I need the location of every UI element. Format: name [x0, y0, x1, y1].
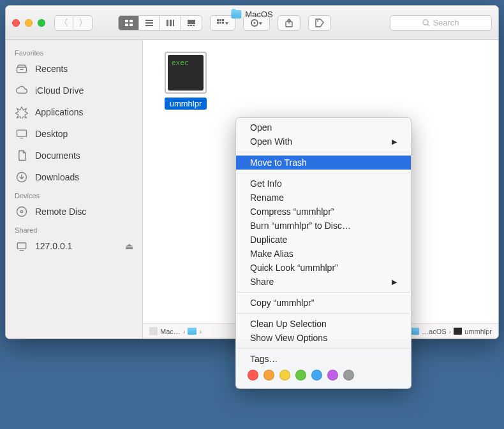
title-text: MacOS: [245, 10, 272, 19]
exec-file-icon: exec: [165, 52, 207, 94]
zoom-button[interactable]: [38, 19, 45, 27]
grid-icon: [124, 19, 133, 27]
menu-label: Rename: [250, 193, 284, 203]
column-view-button[interactable]: [160, 15, 181, 31]
menu-label: Open: [250, 122, 272, 133]
sidebar-item-icloud[interactable]: iCloud Drive: [6, 80, 142, 101]
share-button[interactable]: [278, 15, 300, 31]
svg-point-21: [254, 22, 256, 24]
menu-item-compress[interactable]: Compress “ummhlpr”: [236, 205, 411, 219]
sidebar-item-label: 127.0.0.1: [35, 241, 72, 251]
sidebar-item-shared-host[interactable]: 127.0.0.1 ⏏: [6, 235, 142, 257]
menu-item-open-with[interactable]: Open With▶: [236, 135, 411, 149]
svg-point-30: [20, 210, 22, 212]
exec-label: exec: [172, 59, 189, 67]
chevron-right-icon: ›: [183, 328, 186, 335]
menu-item-quick-look[interactable]: Quick Look “ummhlpr”: [236, 261, 411, 275]
svg-rect-27: [17, 130, 27, 136]
menu-label: Get Info: [250, 178, 282, 189]
file-name[interactable]: ummhlpr: [165, 98, 207, 110]
menu-item-copy[interactable]: Copy “ummhlpr”: [236, 296, 411, 310]
list-view-button[interactable]: [139, 15, 160, 31]
svg-point-29: [17, 207, 27, 217]
path-segment-root[interactable]: Mac… ›: [149, 327, 185, 335]
sidebar-heading-favorites: Favorites: [6, 45, 142, 58]
svg-rect-9: [173, 20, 174, 26]
menu-item-clean-up[interactable]: Clean Up Selection: [236, 317, 411, 331]
svg-rect-16: [222, 19, 224, 21]
svg-rect-25: [17, 68, 27, 73]
menu-label: Move to Trash: [250, 157, 307, 168]
tag-orange[interactable]: [263, 370, 274, 381]
menu-item-view-options[interactable]: Show View Options: [236, 331, 411, 345]
svg-rect-1: [130, 20, 133, 22]
menu-item-duplicate[interactable]: Duplicate: [236, 233, 411, 247]
sidebar-item-label: Recents: [35, 64, 68, 74]
submenu-arrow-icon: ▶: [392, 278, 397, 286]
sidebar-item-label: Applications: [35, 107, 84, 117]
tag-color-row: [236, 366, 411, 386]
share-icon: [285, 18, 293, 27]
folder-icon: [188, 328, 196, 335]
forward-button[interactable]: 〉: [73, 15, 93, 31]
path-text: Mac…: [160, 328, 181, 335]
tags-button[interactable]: [308, 15, 331, 31]
view-switcher: [118, 15, 202, 31]
tag-gray[interactable]: [343, 370, 354, 381]
svg-rect-8: [170, 20, 172, 26]
sidebar-item-label: iCloud Drive: [35, 85, 84, 96]
menu-item-burn[interactable]: Burn “ummhlpr” to Disc…: [236, 219, 411, 233]
sidebar-item-documents[interactable]: Documents: [6, 145, 142, 166]
menu-item-make-alias[interactable]: Make Alias: [236, 247, 411, 261]
chevron-left-icon: 〈: [59, 17, 68, 29]
search-placeholder: Search: [433, 18, 459, 27]
path-segment-ellipsis[interactable]: ›: [188, 328, 202, 335]
menu-item-share[interactable]: Share▶: [236, 275, 411, 289]
svg-rect-14: [217, 19, 219, 21]
menu-item-tags[interactable]: Tags…: [236, 352, 411, 366]
menu-item-move-to-trash[interactable]: Move to Trash: [236, 156, 411, 170]
svg-point-23: [317, 20, 318, 22]
svg-rect-15: [219, 19, 221, 21]
tag-yellow[interactable]: [279, 370, 290, 381]
back-button[interactable]: 〈: [54, 15, 73, 31]
menu-label: Make Alias: [250, 249, 293, 259]
titlebar: 〈 〉 MacOS: [6, 6, 498, 40]
path-segment-file[interactable]: ummhlpr: [454, 328, 492, 335]
disk-icon: [149, 327, 158, 335]
svg-rect-26: [20, 69, 24, 70]
exec-icon: [454, 328, 462, 335]
sidebar-item-downloads[interactable]: Downloads: [6, 166, 142, 188]
file-item[interactable]: exec ummhlpr: [158, 52, 213, 110]
eject-icon[interactable]: ⏏: [125, 241, 133, 251]
sidebar-item-desktop[interactable]: Desktop: [6, 123, 142, 145]
columns-icon: [166, 19, 175, 27]
gallery-icon: [187, 19, 196, 27]
menu-item-get-info[interactable]: Get Info: [236, 177, 411, 191]
path-text: ummhlpr: [464, 328, 492, 335]
icon-view-button[interactable]: [118, 15, 139, 31]
folder-icon: [410, 328, 419, 335]
menu-item-open[interactable]: Open: [236, 120, 411, 135]
window-title: MacOS: [231, 10, 272, 19]
sidebar: Favorites Recents iCloud Drive Applicati…: [6, 40, 143, 338]
close-button[interactable]: [12, 19, 20, 27]
sidebar-item-label: Desktop: [35, 129, 68, 139]
sidebar-item-recents[interactable]: Recents: [6, 58, 142, 80]
gallery-view-button[interactable]: [181, 15, 202, 31]
folder-icon: [231, 10, 241, 18]
search-input[interactable]: Search: [390, 15, 492, 31]
nav-buttons: 〈 〉: [54, 15, 93, 31]
tag-purple[interactable]: [327, 370, 338, 381]
sidebar-item-label: Documents: [35, 150, 80, 161]
svg-rect-13: [193, 25, 195, 26]
path-segment-folder[interactable]: …acOS ›: [410, 328, 451, 335]
sidebar-item-applications[interactable]: Applications: [6, 101, 142, 123]
tag-green[interactable]: [295, 370, 306, 381]
sidebar-item-remote-disc[interactable]: Remote Disc: [6, 201, 142, 222]
disc-icon: [15, 205, 29, 219]
tag-blue[interactable]: [311, 370, 322, 381]
tag-red[interactable]: [248, 370, 258, 381]
menu-item-rename[interactable]: Rename: [236, 191, 411, 205]
minimize-button[interactable]: [25, 19, 33, 27]
